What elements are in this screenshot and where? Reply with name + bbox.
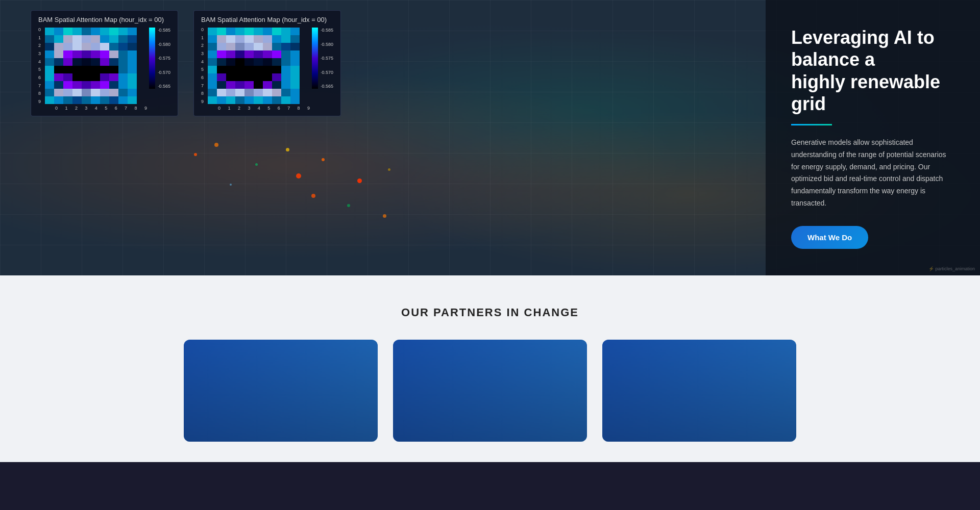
chart-1-heatmap-wrapper: 0 1 2 3 4 5 6 7 8 9 xyxy=(38,28,170,111)
heatmap-cell xyxy=(128,96,137,104)
heatmap-cell xyxy=(45,96,54,104)
heatmap-cell xyxy=(63,96,72,104)
heatmap-cell xyxy=(82,73,91,81)
heatmap-cell xyxy=(118,81,128,89)
heatmap-cell xyxy=(45,66,54,73)
heatmap-cell xyxy=(63,35,72,43)
heatmap-cell xyxy=(45,73,54,81)
chart-2-heatmap-grid xyxy=(208,28,310,104)
heatmap-cell xyxy=(82,50,91,58)
panel-divider xyxy=(791,124,832,125)
heatmap-cell xyxy=(100,43,109,50)
heatmap-cell xyxy=(45,81,54,89)
heatmap-cell xyxy=(54,35,63,43)
chart-2: BAM Spatial Attention Map (hour_idx = 00… xyxy=(193,10,341,116)
heatmap-cell xyxy=(45,58,54,66)
heatmap-cell xyxy=(82,35,91,43)
heatmap-cell xyxy=(82,66,91,73)
heatmap-cell xyxy=(128,43,137,50)
heatmap-cell xyxy=(63,50,72,58)
heatmap-cell xyxy=(100,28,109,35)
heatmap-cell xyxy=(91,66,100,73)
chart-1-title: BAM Spatial Attention Map (hour_idx = 00… xyxy=(38,16,170,23)
heatmap-cell xyxy=(72,35,82,43)
heatmap-cell xyxy=(128,35,137,43)
heatmap-cell xyxy=(54,58,63,66)
heatmap-cell xyxy=(109,89,118,96)
heatmap-cell xyxy=(91,81,100,89)
heatmap-cell xyxy=(109,35,118,43)
partner-card-2[interactable] xyxy=(393,340,587,442)
heatmap-cell xyxy=(63,28,72,35)
chart-1-x-axis: 0 1 2 3 4 5 6 7 8 9 xyxy=(55,104,147,111)
heatmap-cell xyxy=(45,28,54,35)
heatmap-cell xyxy=(91,58,100,66)
heatmap-cell xyxy=(118,35,128,43)
heatmap-cell xyxy=(128,50,137,58)
chart-2-y-axis: 0 1 2 3 4 5 6 7 8 9 xyxy=(201,28,206,104)
heatmap-cell xyxy=(91,50,100,58)
heatmap-cell xyxy=(82,43,91,50)
heatmap-cell xyxy=(54,28,63,35)
heatmap-cell xyxy=(54,43,63,50)
partner-card-3[interactable] xyxy=(602,340,796,442)
heatmap-cell xyxy=(118,66,128,73)
heatmap-cell xyxy=(109,96,118,104)
heatmap-cell xyxy=(100,35,109,43)
heatmap-cell xyxy=(109,50,118,58)
heatmap-cell xyxy=(100,58,109,66)
heatmap-cell xyxy=(54,96,63,104)
chart-2-title: BAM Spatial Attention Map (hour_idx = 00… xyxy=(201,16,333,23)
heatmap-cell xyxy=(91,89,100,96)
heatmap-cell xyxy=(72,73,82,81)
heatmap-cell xyxy=(91,28,100,35)
heatmap-cell xyxy=(63,73,72,81)
text-panel: Leveraging AI to balance a highly renewa… xyxy=(766,0,980,275)
heatmap-cell xyxy=(72,43,82,50)
heatmap-cell xyxy=(91,96,100,104)
heatmap-cell xyxy=(54,66,63,73)
heatmap-cell xyxy=(118,28,128,35)
heatmap-cell xyxy=(118,96,128,104)
heatmap-cell xyxy=(109,43,118,50)
what-we-do-button[interactable]: What We Do xyxy=(791,226,868,249)
heatmap-cell xyxy=(109,73,118,81)
heatmap-cell xyxy=(63,81,72,89)
heatmap-cell xyxy=(72,66,82,73)
chart-1-colorbar: ·0.585 ·0.580 ·0.575 ·0.570 ·0.565 xyxy=(149,28,170,89)
heatmap-cell xyxy=(128,73,137,81)
heatmap-cell xyxy=(100,96,109,104)
heatmap-cell xyxy=(54,73,63,81)
colorbar-gradient-2 xyxy=(312,28,318,89)
partners-heading: OUR PARTNERS IN CHANGE xyxy=(102,306,878,319)
heatmap-cell xyxy=(54,81,63,89)
heatmap-cell xyxy=(72,58,82,66)
heatmap-cell xyxy=(72,81,82,89)
heatmap-cell xyxy=(54,50,63,58)
heatmap-cell xyxy=(109,58,118,66)
chart-2-x-axis: 0 1 2 3 4 5 6 7 8 9 xyxy=(218,104,310,111)
heatmap-cell xyxy=(45,50,54,58)
heatmap-cell xyxy=(91,73,100,81)
heatmap-cell xyxy=(109,81,118,89)
heatmap-cell xyxy=(45,89,54,96)
heatmap-cell xyxy=(72,96,82,104)
partners-section: OUR PARTNERS IN CHANGE xyxy=(0,275,980,462)
heatmap-cell xyxy=(82,28,91,35)
heatmap-cell xyxy=(118,58,128,66)
heatmap-cell xyxy=(100,89,109,96)
heatmap-cell xyxy=(63,66,72,73)
heatmap-cell xyxy=(63,43,72,50)
heatmap-cell xyxy=(128,58,137,66)
chart-1-y-axis: 0 1 2 3 4 5 6 7 8 9 xyxy=(38,28,43,104)
heatmap-cell xyxy=(128,89,137,96)
heatmap-cell xyxy=(45,35,54,43)
heatmap-cell xyxy=(118,89,128,96)
chart-1: BAM Spatial Attention Map (hour_idx = 00… xyxy=(31,10,178,116)
colorbar-labels-2: ·0.585 ·0.580 ·0.575 ·0.570 ·0.565 xyxy=(321,28,333,89)
panel-description: Generative models allow sophisticated un… xyxy=(791,137,954,210)
chart-1-heatmap-grid xyxy=(45,28,147,104)
colorbar-labels: ·0.585 ·0.580 ·0.575 ·0.570 ·0.565 xyxy=(158,28,170,89)
heatmap-cell xyxy=(100,73,109,81)
partner-card-1[interactable] xyxy=(184,340,378,442)
